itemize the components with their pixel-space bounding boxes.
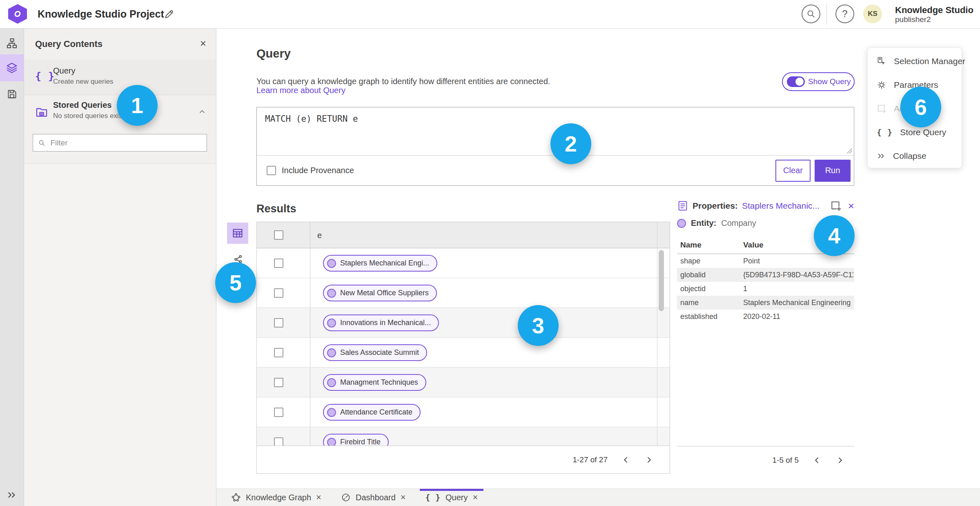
rail-item-contents[interactable]	[0, 54, 24, 81]
edit-title-pencil-icon[interactable]	[163, 8, 176, 21]
row-checkbox[interactable]	[274, 318, 283, 328]
show-query-toggle[interactable]: Show Query	[782, 72, 855, 91]
annotation-callout-4: 4	[814, 215, 855, 256]
filter-search-icon	[38, 139, 45, 147]
row-checkbox[interactable]	[274, 348, 283, 357]
clear-button[interactable]: Clear	[775, 160, 811, 182]
tab-knowledge-graph[interactable]: Knowledge Graph ×	[221, 489, 331, 506]
row-checkbox[interactable]	[274, 437, 283, 446]
search-button[interactable]	[802, 4, 820, 23]
avatar[interactable]: KS	[863, 4, 882, 23]
panel-title: Query Contents	[35, 28, 102, 60]
properties-range-text: 1-5 of 5	[773, 456, 799, 465]
knowledge-graph-icon	[231, 493, 241, 502]
entity-type-value: Company	[721, 218, 756, 228]
left-icon-rail	[0, 28, 24, 506]
include-provenance-checkbox[interactable]	[267, 166, 276, 175]
entity-pill[interactable]: Attendance Certificate	[323, 404, 421, 421]
page-title: Query	[256, 47, 291, 60]
chevron-left-icon	[622, 456, 630, 464]
close-tab-icon[interactable]: ×	[401, 493, 406, 502]
entity-pill[interactable]: Innovations in Mechanical...	[323, 314, 439, 331]
run-button[interactable]: Run	[815, 160, 851, 182]
chevron-right-icon	[645, 456, 653, 464]
next-page-button[interactable]	[643, 454, 655, 466]
table-row[interactable]: Innovations in Mechanical...	[257, 308, 670, 338]
entity-dot-icon	[327, 408, 336, 417]
user-org-name: Knowledge Studio	[895, 5, 973, 15]
results-pagination: 1-27 of 27	[257, 446, 670, 473]
toggle-switch[interactable]	[787, 76, 805, 87]
entity-pill[interactable]: Managment Techniques	[323, 374, 426, 391]
table-row[interactable]: Staplers Mechanical Engi...	[257, 248, 670, 278]
table-view-button[interactable]	[227, 223, 248, 244]
panel-header: Query Contents ×	[24, 28, 216, 60]
learn-more-link[interactable]: Learn more about Query	[256, 86, 345, 95]
expand-rail-button[interactable]	[0, 490, 24, 500]
results-scrollbar[interactable]	[659, 250, 664, 311]
collapse-section-chevron-up-icon[interactable]	[198, 108, 206, 116]
close-properties-icon[interactable]: ×	[848, 201, 854, 211]
menu-item-selection-manager[interactable]: Selection Manager	[868, 49, 962, 73]
results-header-row: e	[257, 222, 670, 248]
braces-icon: { }	[35, 70, 55, 82]
top-bar: Knowledge Studio Project ? KS Knowledge …	[0, 0, 980, 29]
dashboard-gauge-icon	[341, 493, 351, 502]
annotation-callout-1: 1	[117, 85, 158, 126]
property-row: objectid1	[677, 282, 854, 296]
table-row[interactable]: Firebird Title	[257, 427, 670, 446]
rail-item-save[interactable]	[0, 82, 24, 106]
tab-dashboard[interactable]: Dashboard ×	[331, 489, 416, 506]
app-logo-icon[interactable]	[8, 4, 27, 24]
table-row[interactable]: New Metal Office Suppliers	[257, 278, 670, 308]
chevron-left-icon	[813, 456, 821, 464]
filter-input[interactable]	[49, 138, 207, 148]
properties-doc-icon	[677, 200, 688, 212]
previous-page-button[interactable]	[620, 454, 632, 466]
properties-entity-link[interactable]: Staplers Mechanic...	[742, 201, 820, 211]
user-menu[interactable]: Knowledge Studio publisher2	[895, 5, 973, 24]
annotation-callout-2: 2	[550, 123, 591, 164]
row-checkbox[interactable]	[274, 408, 283, 417]
include-provenance-label: Include Provenance	[282, 166, 354, 175]
entity-dot-icon	[327, 319, 336, 328]
row-checkbox[interactable]	[274, 378, 283, 387]
add-to-new-button[interactable]	[830, 200, 842, 212]
rail-item-hierarchy[interactable]	[0, 31, 24, 55]
properties-pagination: 1-5 of 5	[677, 446, 854, 474]
row-checkbox[interactable]	[274, 259, 283, 268]
results-table: e Staplers Mechanical Engi... New Metal …	[256, 222, 670, 474]
row-checkbox[interactable]	[274, 288, 283, 298]
entity-dot-icon	[327, 438, 336, 447]
annotation-callout-6: 6	[900, 87, 941, 127]
property-row: shapePoint	[677, 254, 854, 268]
braces-icon: { }	[877, 127, 893, 137]
entity-pill[interactable]: Staplers Mechanical Engi...	[323, 255, 437, 272]
next-page-button[interactable]	[834, 454, 846, 466]
contents-item-query[interactable]: { } Query Create new queries	[24, 60, 216, 95]
toggle-knob	[795, 78, 804, 86]
table-row[interactable]: Sales Associate Summit	[257, 338, 670, 368]
close-tab-icon[interactable]: ×	[472, 493, 478, 502]
close-panel-icon[interactable]: ×	[200, 37, 206, 50]
properties-header: Properties: Staplers Mechanic... ×	[677, 199, 854, 213]
resize-handle-icon[interactable]	[847, 148, 852, 154]
table-row[interactable]: Managment Techniques	[257, 368, 670, 397]
stored-queries-folder-icon	[35, 105, 48, 118]
panel-empty-area	[24, 163, 216, 506]
project-title: Knowledge Studio Project	[38, 0, 164, 28]
entity-pill[interactable]: New Metal Office Suppliers	[323, 285, 437, 301]
help-button[interactable]: ?	[835, 4, 854, 23]
close-tab-icon[interactable]: ×	[316, 493, 321, 502]
entity-type-row: Entity: Company	[677, 218, 756, 228]
property-row: globalid{5D9B4713-F98D-4A53-A59F-C11...	[677, 268, 854, 282]
tab-query[interactable]: { } Query ×	[416, 489, 488, 506]
menu-item-collapse[interactable]: Collapse	[868, 144, 962, 168]
entity-pill[interactable]: Sales Associate Summit	[323, 344, 427, 361]
search-icon	[806, 9, 816, 19]
select-all-checkbox[interactable]	[274, 230, 283, 240]
table-row[interactable]: Attendance Certificate	[257, 397, 670, 427]
previous-page-button[interactable]	[811, 454, 823, 466]
entity-pill[interactable]: Firebird Title	[323, 434, 389, 446]
help-icon: ?	[842, 8, 847, 20]
